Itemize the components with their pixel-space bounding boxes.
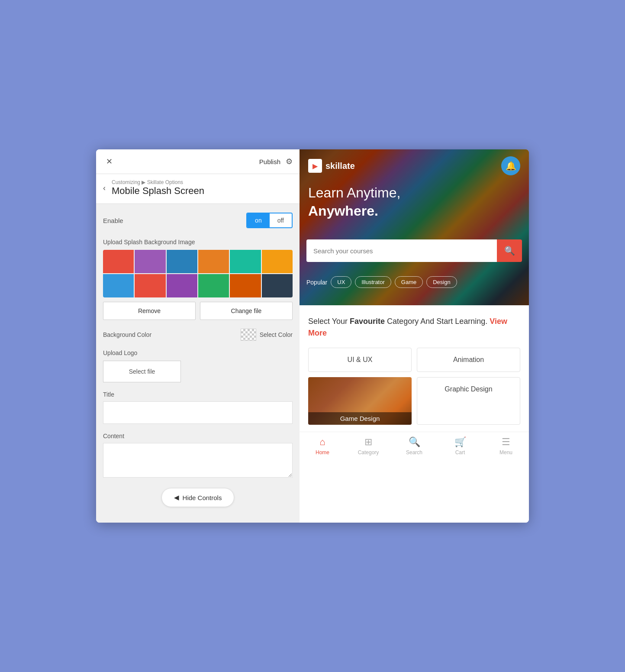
content-section: Content — [103, 433, 293, 479]
mosaic-grid — [103, 250, 293, 297]
mosaic-cell-8 — [135, 274, 165, 297]
category-text2: Category And Start Learning. — [385, 317, 490, 326]
avatar-icon: 🔔 — [506, 161, 516, 171]
left-panel: ✕ Publish ⚙ ‹ Customizing ▶ Skillate Opt… — [96, 149, 300, 523]
tag-illustrator[interactable]: Illustrator — [355, 276, 391, 288]
top-bar: ✕ Publish ⚙ — [96, 149, 300, 174]
content-textarea[interactable] — [103, 443, 293, 478]
mosaic-cell-5 — [230, 250, 261, 273]
search-input[interactable] — [306, 239, 497, 262]
mosaic-cell-9 — [167, 274, 197, 297]
popular-label: Popular — [306, 279, 327, 286]
hero-title: Learn Anytime, Anywhere. — [308, 184, 520, 220]
hero-line2: Anywhere. — [308, 203, 378, 219]
logo-icon: ▶ — [308, 159, 322, 173]
toggle-on-button[interactable]: on — [247, 213, 270, 227]
mosaic-cell-3 — [167, 250, 197, 273]
logo-text: skillate — [325, 161, 355, 171]
remove-button[interactable]: Remove — [103, 302, 196, 320]
category-ui-ux[interactable]: UI & UX — [308, 348, 412, 372]
hero-line1: Learn Anytime, — [308, 185, 400, 200]
change-file-button[interactable]: Change file — [200, 302, 293, 320]
bg-color-label: Background Color — [103, 331, 151, 338]
bg-color-row: Background Color Select Color — [103, 329, 293, 341]
color-select[interactable]: Select Color — [241, 329, 293, 341]
enable-label: Enable — [103, 217, 123, 224]
nav-home[interactable]: ⌂ Home — [300, 436, 345, 456]
hide-controls-icon: ◀ — [174, 494, 179, 501]
mosaic-cell-6 — [262, 250, 293, 273]
tags-row: Popular UX Illustrator Game Design — [306, 276, 522, 288]
hide-controls-label: Hide Controls — [183, 494, 222, 501]
mosaic-cell-11 — [230, 274, 261, 297]
category-icon: ⊞ — [364, 436, 372, 448]
upload-logo-section: Upload Logo Select file — [103, 349, 293, 382]
title-input[interactable] — [103, 401, 293, 424]
menu-icon: ☰ — [502, 436, 510, 448]
title-label: Title — [103, 391, 293, 398]
category-heading: Select Your Favourite Category And Start… — [308, 316, 520, 339]
animation-label: Animation — [453, 356, 484, 363]
title-section: Title — [103, 391, 293, 424]
category-section: Select Your Favourite Category And Start… — [300, 305, 529, 432]
user-avatar[interactable]: 🔔 — [501, 156, 520, 175]
breadcrumb-text: Customizing ▶ Skillate Options Mobile Sp… — [112, 179, 204, 197]
hero-section: ▶ skillate 🔔 Learn Anytime, Anywhere. 🔍 — [300, 149, 529, 305]
category-graphic-design[interactable]: Graphic Design — [417, 377, 520, 425]
select-file-button[interactable]: Select file — [103, 361, 181, 382]
game-design-label: Game Design — [308, 412, 412, 425]
graphic-design-label: Graphic Design — [445, 385, 492, 393]
gear-icon[interactable]: ⚙ — [286, 157, 293, 166]
bottom-nav: ⌂ Home ⊞ Category 🔍 Search 🛒 Cart ☰ Menu — [300, 432, 529, 458]
tag-ux[interactable]: UX — [331, 276, 351, 288]
ui-ux-label: UI & UX — [348, 356, 373, 363]
search-bar: 🔍 — [306, 239, 522, 262]
nav-search[interactable]: 🔍 Search — [391, 436, 437, 456]
category-label: Category — [358, 449, 379, 456]
category-game-design[interactable]: Game Design — [308, 377, 412, 425]
upload-logo-label: Upload Logo — [103, 349, 293, 356]
color-checker — [241, 329, 256, 341]
nav-menu[interactable]: ☰ Menu — [483, 436, 529, 456]
select-color-text: Select Color — [260, 331, 293, 338]
mosaic-cell-2 — [135, 250, 165, 273]
menu-label: Menu — [499, 449, 512, 456]
breadcrumb-nav: Customizing ▶ Skillate Options — [112, 179, 204, 185]
image-preview — [103, 250, 293, 297]
mosaic-cell-10 — [198, 274, 229, 297]
publish-button[interactable]: Publish — [259, 158, 280, 165]
search-icon: 🔍 — [504, 246, 515, 256]
content-label: Content — [103, 433, 293, 439]
category-grid: UI & UX Animation Game Design Graphic De… — [308, 348, 520, 425]
category-animation[interactable]: Animation — [417, 348, 520, 372]
page-title: Mobile Splash Screen — [112, 185, 204, 197]
nav-category[interactable]: ⊞ Category — [345, 436, 391, 456]
hide-controls-button[interactable]: ◀ Hide Controls — [161, 488, 235, 507]
category-text1: Select Your — [308, 317, 350, 326]
top-bar-right: Publish ⚙ — [259, 157, 293, 166]
home-label: Home — [316, 449, 329, 456]
search-label: Search — [406, 449, 422, 456]
game-design-image: Game Design — [308, 377, 412, 425]
tag-game[interactable]: Game — [395, 276, 423, 288]
app-header: ▶ skillate 🔔 — [300, 149, 529, 182]
panel-content: Enable on off Upload Splash Background I… — [96, 204, 300, 523]
search-nav-icon: 🔍 — [409, 436, 420, 448]
upload-image-label: Upload Splash Background Image — [103, 239, 293, 246]
close-button[interactable]: ✕ — [103, 155, 115, 168]
category-bold: Favourite — [350, 317, 385, 326]
cart-icon: 🛒 — [454, 436, 466, 448]
nav-cart[interactable]: 🛒 Cart — [437, 436, 483, 456]
app-logo: ▶ skillate — [308, 159, 355, 173]
back-arrow-button[interactable]: ‹ — [103, 184, 106, 193]
home-icon: ⌂ — [319, 436, 325, 448]
mosaic-cell-4 — [198, 250, 229, 273]
toggle-group: on off — [246, 213, 293, 228]
upload-image-section: Upload Splash Background Image — [103, 239, 293, 320]
tag-design[interactable]: Design — [426, 276, 457, 288]
mosaic-cell-1 — [103, 250, 134, 273]
right-panel: ▶ skillate 🔔 Learn Anytime, Anywhere. 🔍 — [300, 149, 529, 523]
mosaic-cell-12 — [262, 274, 293, 297]
search-button[interactable]: 🔍 — [497, 239, 522, 262]
toggle-off-button[interactable]: off — [270, 213, 292, 227]
